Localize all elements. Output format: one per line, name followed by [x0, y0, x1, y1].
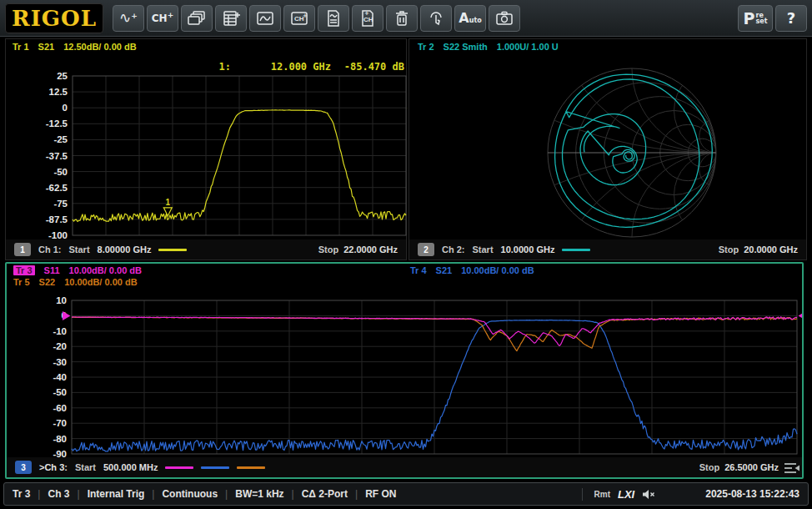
meas-table-button[interactable] [215, 5, 247, 32]
ch3-plot[interactable]: 100-10-20-30-40-50-60-70-80-90 [7, 264, 802, 457]
ch2-label: Ch 2: [442, 244, 465, 254]
ch2-stop-value[interactable]: 20.0000 GHz [744, 244, 798, 254]
separator: | [225, 488, 228, 500]
ch2-smith-plot[interactable] [409, 39, 808, 239]
ch1-trace-swatch [158, 249, 187, 251]
speaker-muted-icon[interactable] [642, 489, 655, 500]
ch3-start-value[interactable]: 500.000 MHz [103, 462, 158, 472]
touch-button[interactable] [420, 5, 452, 32]
lxi-indicator: LXI [618, 488, 634, 501]
ch3-tr3-swatch [165, 466, 193, 469]
file-channel-icon: CH+ [358, 10, 378, 27]
trace-add-icon: ∿+ [119, 11, 138, 25]
window-layout-icon [187, 10, 207, 27]
window-ch1[interactable]: Tr 1 S21 12.50dB/ 0.00 dB 2512.50-12.5-2… [5, 38, 407, 260]
svg-text:-70: -70 [53, 418, 67, 428]
ch1-plot[interactable]: 2512.50-12.5-25-37.5-50-62.5-75-87.5-100… [6, 39, 408, 239]
window-channel-icon: CH+ [289, 10, 309, 27]
svg-text:-25: -25 [53, 134, 68, 144]
toolbar: RIGOL ∿+ CH+ CH+ [0, 0, 812, 37]
file-trace-add-button[interactable] [318, 5, 349, 32]
svg-text:10: 10 [56, 295, 67, 305]
svg-text:+: + [303, 13, 308, 19]
svg-text:+: + [364, 10, 369, 17]
trash-icon [392, 10, 412, 27]
svg-text:-50: -50 [53, 387, 67, 397]
status-active-channel: Ch 3 [48, 488, 69, 500]
file-trace-add-icon [323, 10, 343, 27]
status-cal-state: CΔ 2-Port [302, 488, 348, 500]
delete-button[interactable] [386, 5, 418, 32]
svg-text:1:: 1: [219, 61, 231, 73]
svg-text:-87.5: -87.5 [46, 214, 68, 224]
window-trace-icon [255, 10, 275, 27]
svg-text:-30: -30 [53, 357, 67, 367]
preset-icon: P reset [744, 9, 768, 28]
svg-text:-10: -10 [53, 326, 67, 336]
svg-text:-90: -90 [53, 449, 67, 457]
ch2-stop-label: Stop [719, 244, 739, 254]
ch1-badge[interactable]: 1 [14, 243, 31, 256]
separator: | [38, 488, 40, 500]
window-trace-button[interactable] [249, 5, 281, 32]
svg-text:12.000 GHz: 12.000 GHz [271, 61, 331, 73]
ch3-tr5-swatch [237, 466, 265, 469]
svg-text:-75: -75 [53, 199, 68, 209]
rigol-logo: RIGOL [5, 3, 103, 33]
svg-text:-85.470 dB: -85.470 dB [344, 61, 404, 73]
status-flags: Rmt LXI [582, 488, 668, 501]
svg-text:-20: -20 [53, 341, 67, 351]
meas-table-icon [221, 10, 241, 27]
ch1-start-label: Start [69, 244, 90, 254]
svg-text:-50: -50 [53, 167, 68, 177]
file-channel-button[interactable]: CH+ [352, 5, 383, 32]
ch3-tr4-swatch [201, 466, 229, 469]
svg-text:25: 25 [57, 71, 68, 81]
ch3-channel-bar: 3 >Ch 3: Start 500.000 MHz Stop26.5000 G… [7, 457, 802, 477]
ch3-start-label: Start [75, 462, 96, 472]
remote-indicator: Rmt [594, 490, 610, 499]
svg-text:-80: -80 [53, 434, 67, 444]
status-active-trace: Tr 3 [13, 488, 30, 500]
ch1-stop-label: Stop [318, 244, 338, 254]
vna-screen: RIGOL ∿+ CH+ CH+ [0, 0, 812, 509]
window-channel-button[interactable]: CH+ [283, 5, 315, 32]
channel-add-icon: CH+ [152, 12, 173, 24]
preset-button[interactable]: P reset [738, 5, 773, 32]
status-right-group: Rmt LXI 2025-08-13 15:22:43 [582, 488, 799, 501]
ch2-channel-bar: 2 Ch 2: Start 10.0000 GHz Stop20.0000 GH… [409, 239, 806, 260]
window-layout-button[interactable] [181, 5, 213, 32]
trace-add-button[interactable]: ∿+ [113, 5, 144, 32]
help-icon: ? [787, 9, 795, 27]
ch3-stop-label: Stop [699, 462, 719, 472]
ch1-stop-value[interactable]: 22.0000 GHz [343, 244, 398, 254]
separator: | [292, 488, 294, 500]
window-ch3-active[interactable]: Tr 3 S11 10.00dB/ 0.00 dB Tr 5 S22 10.00… [5, 262, 804, 479]
ch3-badge-active[interactable]: 3 [15, 461, 32, 474]
svg-text:12.5: 12.5 [49, 87, 68, 97]
separator: | [152, 488, 154, 500]
window-ch2[interactable]: Tr 2 S22 Smith 1.000U/ 1.00 U 2 Ch 2: St… [409, 38, 807, 260]
status-if-bandwidth: BW=1 kHz [235, 488, 283, 500]
camera-icon [494, 10, 514, 27]
ch2-badge[interactable]: 2 [418, 243, 434, 256]
collapse-menu-icon[interactable] [784, 462, 800, 475]
ch1-start-value[interactable]: 8.00000 GHz [98, 244, 152, 254]
svg-text:0: 0 [63, 103, 68, 113]
ch2-trace-swatch [562, 249, 590, 251]
ch3-label: >Ch 3: [39, 462, 68, 472]
touch-icon [426, 10, 446, 27]
screenshot-button[interactable] [489, 5, 520, 32]
status-rf-state: RF ON [365, 488, 396, 500]
ch3-stop-value[interactable]: 26.5000 GHz [724, 462, 779, 472]
help-button[interactable]: ? [775, 5, 807, 32]
auto-scale-icon: Auto [459, 10, 481, 26]
status-sweep-mode: Continuous [162, 488, 218, 500]
ch2-start-label: Start [473, 244, 494, 254]
channel-add-button[interactable]: CH+ [147, 5, 178, 32]
svg-text:-12.5: -12.5 [46, 118, 68, 129]
auto-scale-button[interactable]: Auto [454, 5, 486, 32]
ch2-start-value[interactable]: 10.0000 GHz [501, 244, 555, 254]
separator: | [78, 488, 80, 500]
svg-text:-100: -100 [48, 230, 68, 239]
